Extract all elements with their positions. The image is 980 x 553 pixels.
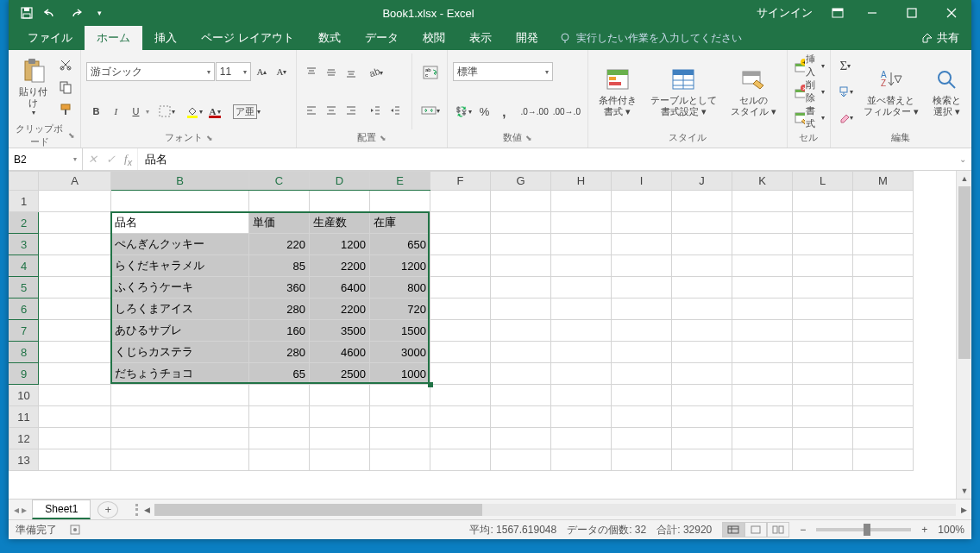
cell-A9[interactable] xyxy=(39,363,111,385)
col-header-A[interactable]: A xyxy=(39,172,111,191)
cell-E9[interactable]: 1000 xyxy=(370,363,430,385)
cell-I12[interactable] xyxy=(612,428,672,449)
col-header-E[interactable]: E xyxy=(370,172,430,191)
cell-B3[interactable]: ぺんぎんクッキー xyxy=(111,234,249,255)
row-header-11[interactable]: 11 xyxy=(9,406,39,428)
redo-button[interactable] xyxy=(64,2,86,24)
cell-D4[interactable]: 2200 xyxy=(310,255,370,277)
bold-button[interactable]: B xyxy=(86,102,105,121)
border-button[interactable]: ▾ xyxy=(156,102,177,121)
vertical-scrollbar[interactable]: ▲ ▼ xyxy=(956,171,971,499)
zoom-in-button[interactable]: + xyxy=(921,524,927,536)
qat-customize[interactable]: ▾ xyxy=(88,2,110,24)
cell-H3[interactable] xyxy=(551,234,612,255)
cell-D1[interactable] xyxy=(310,191,370,212)
cell-J11[interactable] xyxy=(672,406,732,428)
cell-J5[interactable] xyxy=(672,277,732,298)
tab-data[interactable]: データ xyxy=(353,26,411,50)
cell-E6[interactable]: 720 xyxy=(370,298,430,320)
tab-formulas[interactable]: 数式 xyxy=(306,26,353,50)
cell-H11[interactable] xyxy=(551,406,612,428)
cell-C4[interactable]: 85 xyxy=(249,255,310,277)
cell-F13[interactable] xyxy=(430,449,491,471)
clear-button[interactable]: ▾ xyxy=(836,108,855,127)
sheet-tab-1[interactable]: Sheet1 xyxy=(32,500,91,519)
cell-G6[interactable] xyxy=(491,298,551,320)
format-as-table-button[interactable]: テーブルとして 書式設定 ▾ xyxy=(645,53,722,129)
accounting-format-button[interactable]: 💱▾ xyxy=(453,102,474,121)
fill-handle[interactable] xyxy=(428,382,433,387)
cell-I7[interactable] xyxy=(612,320,672,342)
tab-view[interactable]: 表示 xyxy=(457,26,504,50)
cell-M13[interactable] xyxy=(853,449,914,471)
cell-C6[interactable]: 280 xyxy=(249,298,310,320)
cell-A3[interactable] xyxy=(39,234,111,255)
cell-J13[interactable] xyxy=(672,449,732,471)
cancel-formula-button[interactable]: ✕ xyxy=(88,153,97,167)
cell-J7[interactable] xyxy=(672,320,732,342)
cell-L8[interactable] xyxy=(793,342,853,363)
cell-M10[interactable] xyxy=(853,385,914,406)
cell-E3[interactable]: 650 xyxy=(370,234,430,255)
cell-G10[interactable] xyxy=(491,385,551,406)
tab-insert[interactable]: 挿入 xyxy=(142,26,189,50)
normal-view-button[interactable] xyxy=(722,522,744,537)
cell-H10[interactable] xyxy=(551,385,612,406)
cell-H12[interactable] xyxy=(551,428,612,449)
close-button[interactable] xyxy=(932,0,971,26)
copy-button[interactable] xyxy=(56,78,75,97)
cell-C1[interactable] xyxy=(249,191,310,212)
cell-I9[interactable] xyxy=(612,363,672,385)
cell-F11[interactable] xyxy=(430,406,491,428)
cell-I5[interactable] xyxy=(612,277,672,298)
row-header-5[interactable]: 5 xyxy=(9,277,39,298)
cell-E1[interactable] xyxy=(370,191,430,212)
cell-J8[interactable] xyxy=(672,342,732,363)
tab-developer[interactable]: 開発 xyxy=(504,26,550,50)
paste-button[interactable]: 貼り付け ▾ xyxy=(14,53,53,121)
cell-G12[interactable] xyxy=(491,428,551,449)
cell-M9[interactable] xyxy=(853,363,914,385)
add-sheet-button[interactable]: + xyxy=(97,501,118,518)
tab-file[interactable]: ファイル xyxy=(16,26,85,50)
fill-button[interactable]: ▾ xyxy=(836,82,855,101)
cell-A10[interactable] xyxy=(39,385,111,406)
cell-B6[interactable]: しろくまアイス xyxy=(111,298,249,320)
undo-button[interactable] xyxy=(40,2,62,24)
wrap-text-button[interactable]: abc xyxy=(419,63,442,82)
scroll-right-arrow[interactable]: ▶ xyxy=(956,506,971,514)
cell-M5[interactable] xyxy=(853,277,914,298)
col-header-C[interactable]: C xyxy=(249,172,310,191)
cell-K2[interactable] xyxy=(732,212,793,234)
cell-D8[interactable]: 4600 xyxy=(310,342,370,363)
increase-indent-button[interactable] xyxy=(386,101,405,120)
cell-A11[interactable] xyxy=(39,406,111,428)
col-header-H[interactable]: H xyxy=(551,172,612,191)
cell-D2[interactable]: 生産数 xyxy=(310,212,370,234)
alignment-dialog-launcher[interactable]: ⬊ xyxy=(380,134,386,142)
cell-L1[interactable] xyxy=(793,191,853,212)
number-dialog-launcher[interactable]: ⬊ xyxy=(525,134,532,142)
font-size-combo[interactable]: 11▾ xyxy=(216,62,252,81)
cell-K1[interactable] xyxy=(732,191,793,212)
row-header-1[interactable]: 1 xyxy=(9,191,39,212)
row-header-2[interactable]: 2 xyxy=(9,212,39,234)
cell-J3[interactable] xyxy=(672,234,732,255)
clipboard-dialog-launcher[interactable]: ⬊ xyxy=(68,131,75,140)
row-header-9[interactable]: 9 xyxy=(9,363,39,385)
cell-I11[interactable] xyxy=(612,406,672,428)
cell-I8[interactable] xyxy=(612,342,672,363)
cell-L3[interactable] xyxy=(793,234,853,255)
cell-E13[interactable] xyxy=(370,449,430,471)
cell-K12[interactable] xyxy=(732,428,793,449)
decrease-indent-button[interactable] xyxy=(366,101,385,120)
cell-D10[interactable] xyxy=(310,385,370,406)
zoom-level[interactable]: 100% xyxy=(938,524,964,536)
scroll-up-arrow[interactable]: ▲ xyxy=(957,171,971,186)
cell-G7[interactable] xyxy=(491,320,551,342)
conditional-format-button[interactable]: 条件付き 書式 ▾ xyxy=(594,53,642,129)
cell-F5[interactable] xyxy=(430,277,491,298)
cell-H6[interactable] xyxy=(551,298,612,320)
cell-G9[interactable] xyxy=(491,363,551,385)
cell-A13[interactable] xyxy=(39,449,111,471)
